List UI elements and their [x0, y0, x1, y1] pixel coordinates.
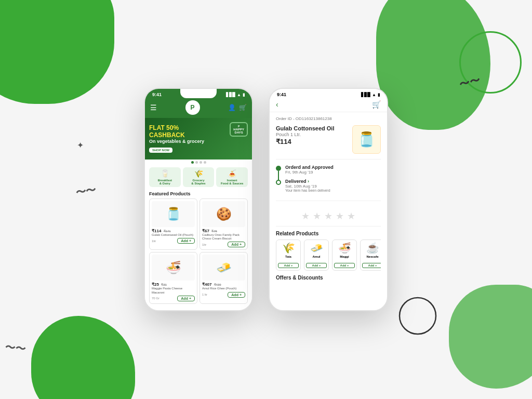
phone2-notch [310, 89, 347, 98]
phone1-time: 9:41 [152, 92, 162, 97]
phone1-signal-icons: ▋▊▉ ▲ ▮ [226, 92, 245, 97]
timeline-indicator-2 [276, 179, 281, 185]
order-product-subtitle: Pouch 1 Ltr. [276, 132, 348, 137]
star-1[interactable]: ★ [301, 210, 310, 222]
timeline-label-2: Delivered › [285, 179, 330, 184]
dot-2 [195, 161, 198, 164]
add-button-2[interactable]: Add + [228, 242, 245, 247]
timeline-dot-2 [276, 180, 281, 185]
cart-icon[interactable]: 🛒 [239, 104, 247, 111]
bg-decoration-1 [0, 0, 114, 104]
product-name-2: Cadbury Oreo Family Pack Choco Cream Bis… [202, 233, 245, 241]
order-product-info: Gulab Cottonseed Oil Pouch 1 Ltr. ₹114 [276, 125, 348, 145]
bg-decoration-2 [31, 316, 135, 399]
plus-icon-2: + [240, 243, 242, 246]
related-products-list: 🌾 Tata Add + 🧈 Amul Add + 🍜 Maggi Add + [276, 240, 381, 271]
category-instant[interactable]: 🍝 InstantFood & Sauces [216, 167, 248, 187]
related-add-1[interactable]: Add + [278, 263, 299, 268]
breakfast-icon: 🥛 [151, 169, 179, 178]
order-content: Order ID - OD1163213861238 Gulab Cottons… [270, 112, 387, 304]
wifi-icon-2: ▲ [372, 92, 376, 97]
related-add-2[interactable]: Add + [306, 263, 327, 268]
star-rating[interactable]: ★ ★ ★ ★ ★ [276, 206, 381, 227]
cart-icon-2[interactable]: 🛒 [372, 100, 381, 109]
timeline-indicator-1 [276, 165, 281, 171]
product-footer-4: 1 ltr Add + [202, 292, 245, 298]
back-button[interactable]: ‹ [276, 100, 278, 109]
related-img-3: 🍜 [334, 242, 355, 254]
category-breakfast[interactable]: 🥛 Breakfast& Dairy [149, 167, 181, 187]
add-button-4[interactable]: Add + [228, 292, 245, 298]
star-4[interactable]: ★ [336, 210, 344, 222]
product-img-2: 🍪 [202, 201, 245, 227]
instant-icon: 🍝 [218, 169, 246, 178]
product-old-price-4: ₹430 [214, 283, 221, 286]
wifi-icon: ▲ [237, 92, 241, 97]
order-product-card: Gulab Cottonseed Oil Pouch 1 Ltr. ₹114 🫙 [276, 125, 381, 159]
star-5[interactable]: ★ [347, 210, 355, 222]
product-old-price-3: ₹31 [161, 283, 167, 286]
bg-decoration-5 [449, 285, 532, 389]
product-qty-1: 1ltr [152, 240, 156, 243]
shop-now-button[interactable]: SHOP NOW [149, 148, 172, 153]
product-price-3: ₹25 ₹31 [152, 282, 195, 287]
phone-order-detail: 9:41 ▋▊▉ ▲ ▮ ‹ 🛒 Order ID - OD1163213861… [269, 88, 388, 311]
product-card-4: 🧈 ₹407 ₹430 Amul Rice Ghee (Pouch) 1 ltr… [200, 252, 248, 303]
timeline-item-2: Delivered › Sat, 10th Aug '19 Your item … [276, 179, 381, 192]
product-old-price-2: ₹75 [211, 230, 217, 233]
related-add-3[interactable]: Add + [334, 263, 355, 268]
related-products-section: Related Products 🌾 Tata Add + 🧈 Amul Add… [276, 231, 381, 271]
phones-container: 9:41 ▋▊▉ ▲ ▮ ☰ P 👤 🛒 FLAT 50% CASHBACK O… [144, 88, 388, 311]
timeline-label-1: Orderd and Approved [285, 165, 334, 170]
related-add-4[interactable]: Add + [362, 263, 381, 268]
signal-icon: ▋▊▉ [226, 92, 235, 97]
app-logo: P [185, 100, 200, 115]
product-old-price-1: ₹171 [164, 230, 171, 233]
related-name-4: Nescafe [362, 255, 381, 258]
product-img-4: 🧈 [202, 255, 245, 281]
menu-icon[interactable]: ☰ [150, 103, 157, 112]
category-row: 🥛 Breakfast& Dairy 🌾 Grocery& Staples 🍝 … [145, 165, 252, 189]
svg-point-0 [400, 298, 436, 334]
product-price-4: ₹407 ₹430 [202, 282, 245, 287]
star-3[interactable]: ★ [324, 210, 332, 222]
timeline-item-1: Orderd and Approved Fri, 9th Aug '19 [276, 165, 381, 175]
order-product-image: 🫙 [352, 125, 381, 154]
offers-section: Offers & Discounts [276, 275, 381, 281]
category-breakfast-label: Breakfast& Dairy [158, 179, 172, 185]
product-price-2: ₹67 ₹75 [202, 229, 245, 233]
related-products-title: Related Products [276, 231, 381, 236]
deco-squiggle-1: 〜〜 [75, 185, 97, 197]
product-qty-3: 70 Gr [152, 297, 159, 300]
happy-days-badge: P HAPPYDAYS [230, 122, 248, 137]
product-footer-1: 1ltr Add + [152, 238, 195, 244]
product-name-4: Amul Rice Ghee (Pouch) [202, 287, 245, 290]
product-qty-4: 1 ltr [202, 293, 207, 296]
phone2-header: ‹ 🛒 [270, 98, 387, 112]
category-grocery[interactable]: 🌾 Grocery& Staples [183, 167, 215, 187]
product-footer-3: 70 Gr Add + [152, 296, 195, 301]
user-icon[interactable]: 👤 [228, 104, 236, 111]
dot-4 [204, 161, 206, 164]
star-2[interactable]: ★ [313, 210, 321, 222]
phone2-signal-icons: ▋▊▉ ▲ ▮ [361, 92, 380, 97]
timeline-date-2: Sat, 10th Aug '19 [285, 184, 330, 189]
banner-text-block: FLAT 50% CASHBACK On vegetables & grocer… [149, 124, 204, 154]
banner-desc: On vegetables & grocery [149, 139, 204, 144]
phone2-time: 9:41 [277, 92, 286, 97]
add-button-1[interactable]: Add + [177, 238, 195, 244]
product-img-3: 🍜 [152, 255, 195, 281]
add-button-3[interactable]: Add + [177, 296, 195, 301]
related-name-3: Maggi [334, 255, 355, 258]
product-name-3: Maggie Pasta Cheese Macaroni [152, 287, 195, 294]
related-product-2: 🧈 Amul Add + [304, 240, 329, 271]
timeline-text-2: Delivered › Sat, 10th Aug '19 Your item … [285, 179, 330, 192]
promotional-banner[interactable]: FLAT 50% CASHBACK On vegetables & grocer… [145, 118, 252, 159]
plus-icon-4: + [240, 293, 242, 297]
related-img-2: 🧈 [306, 242, 327, 254]
battery-icon: ▮ [243, 92, 245, 97]
related-name-1: Tata [278, 255, 299, 258]
badge-text: HAPPYDAYS [233, 128, 244, 134]
plus-icon-1: + [189, 239, 191, 243]
related-img-4: ☕ [362, 242, 381, 254]
